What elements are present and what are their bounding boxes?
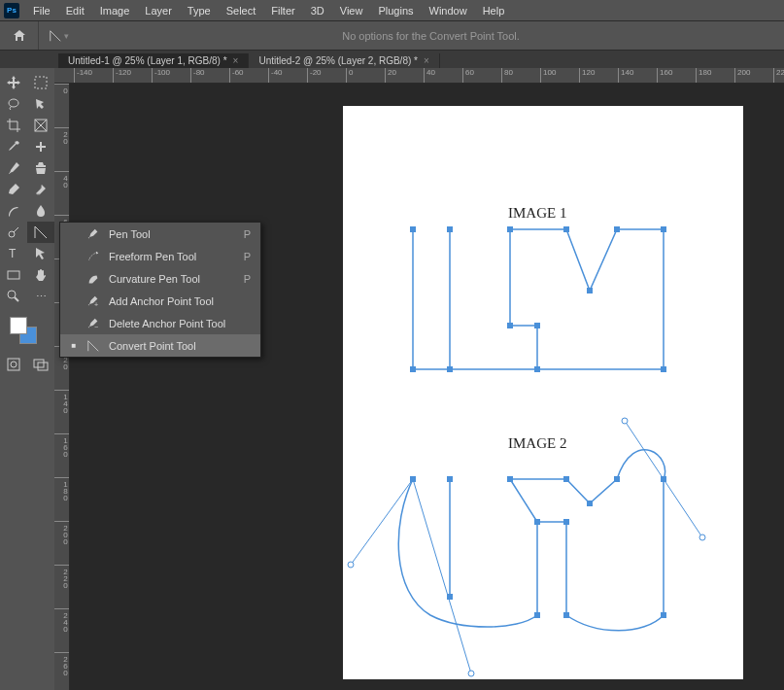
lasso-tool[interactable] xyxy=(0,93,27,115)
flyout-curvature-pen-tool[interactable]: Curvature Pen Tool P xyxy=(60,267,260,290)
flyout-convert-point-tool[interactable]: ■ Convert Point Tool xyxy=(60,334,260,357)
flyout-label: Freeform Pen Tool xyxy=(109,251,229,262)
dodge-tool[interactable] xyxy=(0,222,27,243)
tab-label: Untitled-1 @ 25% (Layer 1, RGB/8) * xyxy=(68,55,227,66)
convert-point-icon xyxy=(49,29,62,43)
curvature-pen-icon xyxy=(85,272,101,286)
svg-rect-7 xyxy=(8,271,19,279)
menu-image[interactable]: Image xyxy=(92,2,138,19)
type-tool[interactable]: T xyxy=(0,243,27,264)
foreground-swatch[interactable] xyxy=(10,317,27,334)
menu-edit[interactable]: Edit xyxy=(58,2,92,19)
menu-view[interactable]: View xyxy=(332,2,371,19)
move-tool[interactable] xyxy=(0,72,27,93)
svg-point-1 xyxy=(9,99,18,107)
frame-tool[interactable] xyxy=(27,115,54,136)
more-tools[interactable]: ⋯ xyxy=(27,286,54,307)
app-logo: Ps xyxy=(4,3,19,18)
blur-tool[interactable] xyxy=(27,200,54,222)
svg-rect-4 xyxy=(40,142,42,152)
pen-tool-flyout: Pen Tool P Freeform Pen Tool P Curvature… xyxy=(59,222,261,358)
svg-rect-23 xyxy=(661,226,666,232)
flyout-label: Delete Anchor Point Tool xyxy=(109,318,229,329)
svg-rect-22 xyxy=(614,226,620,232)
pen-tool[interactable] xyxy=(27,222,54,243)
tab-untitled-2[interactable]: Untitled-2 @ 25% (Layer 2, RGB/8) * × xyxy=(249,53,439,68)
healing-tool[interactable] xyxy=(27,136,54,157)
svg-rect-32 xyxy=(587,500,593,506)
zoom-tool[interactable] xyxy=(0,286,27,307)
quick-mask-tool[interactable] xyxy=(0,354,27,375)
menu-window[interactable]: Window xyxy=(422,2,475,19)
menu-select[interactable]: Select xyxy=(219,2,264,19)
menu-filter[interactable]: Filter xyxy=(263,2,302,19)
svg-rect-31 xyxy=(661,476,666,482)
svg-text:T: T xyxy=(9,247,17,260)
bezier-handle[interactable] xyxy=(351,479,413,565)
eyedropper-tool[interactable] xyxy=(0,136,27,157)
menu-plugins[interactable]: Plugins xyxy=(370,2,421,19)
svg-rect-24 xyxy=(661,366,666,372)
hand-tool[interactable] xyxy=(27,264,54,286)
canvas-area[interactable]: IMAGE 1 IMAGE 2 xyxy=(70,84,784,690)
clone-stamp-tool[interactable] xyxy=(27,157,54,179)
svg-rect-30 xyxy=(614,476,620,482)
tab-untitled-1[interactable]: Untitled-1 @ 25% (Layer 1, RGB/8) * × xyxy=(58,53,249,68)
rectangle-tool[interactable] xyxy=(0,264,27,286)
handle-point[interactable] xyxy=(348,562,354,568)
close-icon[interactable]: × xyxy=(233,55,239,66)
handle-point[interactable] xyxy=(699,535,705,540)
close-icon[interactable]: × xyxy=(424,55,429,66)
svg-text:−: − xyxy=(94,324,98,330)
svg-rect-35 xyxy=(447,594,453,600)
svg-point-10 xyxy=(11,362,17,367)
svg-rect-14 xyxy=(447,226,453,232)
menu-3d[interactable]: 3D xyxy=(303,2,332,19)
color-swatches[interactable] xyxy=(0,313,54,352)
screen-mode-tool[interactable] xyxy=(27,354,54,375)
svg-rect-26 xyxy=(410,476,416,482)
svg-rect-13 xyxy=(410,226,416,232)
bezier-handle[interactable] xyxy=(625,421,664,479)
pen-icon xyxy=(85,227,101,241)
svg-text:+: + xyxy=(94,301,98,308)
tab-label: Untitled-2 @ 25% (Layer 2, RGB/8) * xyxy=(258,55,418,66)
menu-help[interactable]: Help xyxy=(475,2,513,19)
flyout-add-anchor-tool[interactable]: + Add Anchor Point Tool xyxy=(60,290,260,312)
document-canvas[interactable]: IMAGE 1 IMAGE 2 xyxy=(343,106,743,679)
flyout-pen-tool[interactable]: Pen Tool P xyxy=(60,223,260,245)
anchor-points-2[interactable] xyxy=(410,476,666,618)
menu-file[interactable]: File xyxy=(25,2,58,19)
flyout-delete-anchor-tool[interactable]: − Delete Anchor Point Tool xyxy=(60,312,260,334)
path-image-1[interactable] xyxy=(413,229,664,369)
chevron-down-icon: ▾ xyxy=(64,31,69,41)
handle-point[interactable] xyxy=(622,418,628,424)
doc-label-2: IMAGE 2 xyxy=(508,435,566,451)
bezier-handle[interactable] xyxy=(664,479,702,537)
crop-tool[interactable] xyxy=(0,115,27,136)
anchor-points-1[interactable] xyxy=(410,226,666,372)
svg-rect-17 xyxy=(534,323,540,328)
path-image-2[interactable] xyxy=(398,450,665,631)
svg-rect-21 xyxy=(587,288,593,293)
flyout-label: Add Anchor Point Tool xyxy=(109,295,229,307)
svg-rect-29 xyxy=(563,476,569,482)
flyout-freeform-pen-tool[interactable]: Freeform Pen Tool P xyxy=(60,245,260,267)
ruler-vertical[interactable]: 020406080100120140160180200220240260280 xyxy=(54,84,70,690)
bezier-handle[interactable] xyxy=(413,479,471,673)
history-brush-tool[interactable] xyxy=(0,179,27,200)
menu-type[interactable]: Type xyxy=(180,2,219,19)
path-select-tool[interactable] xyxy=(27,243,54,264)
brush-tool[interactable] xyxy=(0,157,27,179)
flyout-label: Convert Point Tool xyxy=(109,340,229,352)
eraser-tool[interactable] xyxy=(27,179,54,200)
menu-layer[interactable]: Layer xyxy=(137,2,180,19)
home-icon xyxy=(12,28,27,44)
handle-point[interactable] xyxy=(468,671,474,676)
quick-select-tool[interactable] xyxy=(27,93,54,115)
current-tool-indicator[interactable]: ▾ xyxy=(39,29,78,43)
ruler-horizontal[interactable]: -140-120-100-80-60-40-200204060801001201… xyxy=(54,68,784,84)
marquee-tool[interactable] xyxy=(27,72,54,93)
gradient-tool[interactable] xyxy=(0,200,27,222)
home-button[interactable] xyxy=(0,21,39,50)
